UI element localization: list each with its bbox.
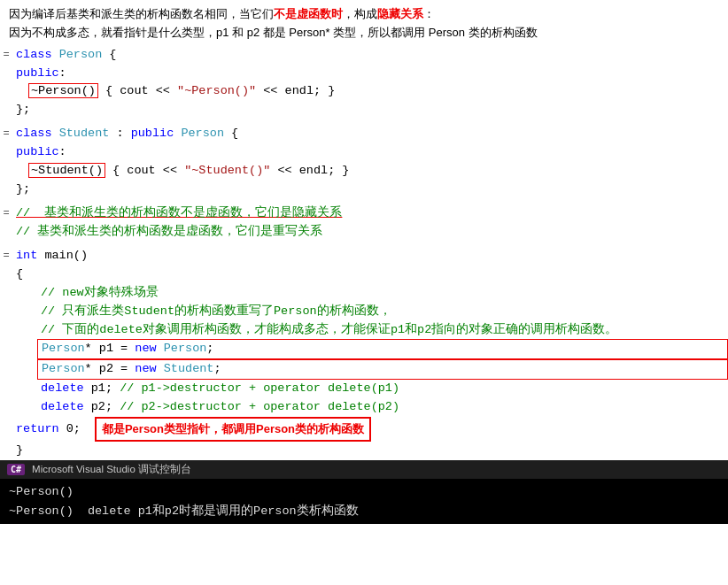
code-line-public-student: public: [0, 143, 728, 162]
comment-delete-p2: // p2->destructor + operator delete(p2) [120, 400, 399, 413]
comment-scenario-text: // new对象特殊场景 [41, 286, 159, 299]
kw-delete-p2: delete [41, 400, 84, 413]
code-line-p1: Person* p1 = new Person; [0, 339, 728, 359]
comment-virtual-text: // 基类和派生类的析构函数是虚函数，它们是重写关系 [16, 225, 322, 238]
code-line-open-main: { [0, 266, 728, 284]
code-line-class-student: = class Student : public Person { [0, 125, 728, 143]
kw-class-student: class [16, 127, 52, 140]
destructor-person-box: ~Person() [28, 83, 98, 98]
explanation-line2: 因为不构成多态，就看指针是什么类型，p1 和 p2 都是 Person* 类型，… [9, 24, 719, 42]
type-person-p2: Person [42, 362, 85, 375]
code-content-delete-p2: delete p2; // p2->destructor + operator … [12, 398, 728, 417]
type-person-p1: Person [42, 342, 85, 355]
code-content-p2: Person* p2 = new Student; [37, 359, 728, 380]
type-person: Person [59, 48, 103, 61]
code-line-comment-hidden: = // 基类和派生类的析构函数不是虚函数，它们是隐藏关系 [0, 204, 728, 223]
code-content-class-student: class Student : public Person { [12, 125, 728, 143]
code-line-delete-p1: delete p1; // p1->destructor + operator … [0, 380, 728, 398]
comment-delete-p1: // p1->destructor + operator delete(p1) [120, 381, 399, 395]
code-content-close-student: }; [12, 181, 728, 199]
kw-new-p1: new [135, 342, 156, 355]
code-content-p1: Person* p1 = new Person; [37, 339, 728, 359]
code-line-class-person: = class Person { [0, 46, 728, 65]
kw-delete-p1: delete [41, 381, 84, 395]
code-line-delete-p2: delete p2; // p2->destructor + operator … [0, 398, 728, 417]
vs-icon: C# [7, 464, 25, 475]
code-content-comment-scenario: // new对象特殊场景 [12, 284, 728, 303]
highlight-hidden: 隐藏关系 [377, 7, 423, 20]
console-person1: ~Person() [9, 482, 74, 502]
code-content-public-person: public: [12, 65, 728, 83]
code-line-comment-only-student: // 只有派生类Student的析构函数重写了Person的析构函数， [0, 303, 728, 321]
code-area: = class Person { public: ~Person() { cou… [0, 46, 728, 461]
code-content-comment-virtual: // 基类和派生类的析构函数是虚函数，它们是重写关系 [12, 223, 728, 242]
console-output: ~Person() ~Person() delete p1和p2时都是调用的Pe… [0, 479, 728, 524]
code-content-comment-only-student: // 只有派生类Student的析构函数重写了Person的析构函数， [12, 303, 728, 321]
code-line-close-student: }; [0, 181, 728, 199]
code-line-close-main: } [0, 442, 728, 460]
code-content-public-student: public: [12, 143, 728, 162]
code-content-delete-p1: delete p1; // p1->destructor + operator … [12, 380, 728, 398]
code-content-destructor-student: ~Student() { cout << "~Student()" << end… [12, 162, 728, 181]
summary-box: 都是Person类型指针，都调用Person类的析构函数 [95, 417, 371, 442]
kw-class-person: class [16, 48, 52, 61]
code-content-destructor-person: ~Person() { cout << "~Person()" << endl;… [12, 82, 728, 101]
code-content-open-main: { [12, 266, 728, 284]
bottom-bar: C# Microsoft Visual Studio 调试控制台 [0, 460, 728, 479]
kw-int-main: int [16, 249, 37, 262]
code-line-main: = int main() [0, 247, 728, 266]
type-new-student-p2: Student [164, 362, 214, 375]
type-person-inherit: Person [181, 127, 224, 140]
string-person-destructor: "~Person()" [177, 84, 256, 97]
destructor-student-box: ~Student() [28, 163, 105, 178]
code-content-return: return 0; 都是Person类型指针，都调用Person类的析构函数 [12, 417, 728, 442]
kw-public-person: public [16, 66, 59, 80]
kw-public-student: public [16, 145, 59, 158]
gutter-eq-student: = [0, 126, 12, 142]
gutter-eq-person: = [0, 47, 12, 64]
code-line-return: return 0; 都是Person类型指针，都调用Person类的析构函数 [0, 417, 728, 442]
code-line-destructor-person: ~Person() { cout << "~Person()" << endl;… [0, 82, 728, 101]
comment-delete-poly-text: // 下面的delete对象调用析构函数，才能构成多态，才能保证p1和p2指向的… [41, 323, 617, 336]
code-content-close-main: } [12, 442, 728, 460]
console-line2: ~Person() delete p1和p2时都是调用的Person类析构函数 [9, 502, 719, 521]
type-student: Student [59, 127, 110, 140]
code-content-comment-delete-poly: // 下面的delete对象调用析构函数，才能构成多态，才能保证p1和p2指向的… [12, 321, 728, 340]
code-content-close-person: }; [12, 101, 728, 119]
vs-label: Microsoft Visual Studio 调试控制台 [32, 463, 191, 476]
code-line-comment-scenario: // new对象特殊场景 [0, 284, 728, 303]
type-new-person-p1: Person [164, 342, 207, 355]
console-person2: ~Person() [9, 502, 74, 521]
comment-only-student-text: // 只有派生类Student的析构函数重写了Person的析构函数， [41, 304, 391, 318]
code-line-comment-virtual: // 基类和派生类的析构函数是虚函数，它们是重写关系 [0, 223, 728, 242]
code-content-class-person: class Person { [12, 46, 728, 65]
kw-public-inherit: public [131, 127, 174, 140]
code-line-comment-delete-poly: // 下面的delete对象调用析构函数，才能构成多态，才能保证p1和p2指向的… [0, 321, 728, 340]
code-line-public-person: public: [0, 65, 728, 83]
code-line-destructor-student: ~Student() { cout << "~Student()" << end… [0, 162, 728, 181]
console-desc: delete p1和p2时都是调用的Person类析构函数 [88, 502, 359, 521]
highlight-not-virtual: 不是虚函数时 [274, 7, 343, 20]
console-line1: ~Person() [9, 482, 719, 502]
gutter-eq-main: = [0, 248, 12, 265]
code-content-main: int main() [12, 247, 728, 266]
string-student-destructor: "~Student()" [184, 164, 270, 177]
code-line-p2: Person* p2 = new Student; [0, 359, 728, 380]
code-content-comment-hidden: // 基类和派生类的析构函数不是虚函数，它们是隐藏关系 [12, 204, 728, 223]
explanation-line1: 因为编译后基类和派生类的析构函数名相同，当它们不是虚函数时，构成隐藏关系： [9, 5, 719, 24]
kw-return: return [16, 422, 59, 435]
return-zero-text: return 0; [16, 420, 81, 439]
kw-new-p2: new [135, 362, 156, 375]
comment-hidden-text: // 基类和派生类的析构函数不是虚函数，它们是隐藏关系 [16, 206, 342, 219]
gutter-eq-comment: = [0, 205, 12, 222]
code-line-close-person: }; [0, 101, 728, 119]
top-explanation: 因为编译后基类和派生类的析构函数名相同，当它们不是虚函数时，构成隐藏关系： 因为… [0, 0, 728, 46]
